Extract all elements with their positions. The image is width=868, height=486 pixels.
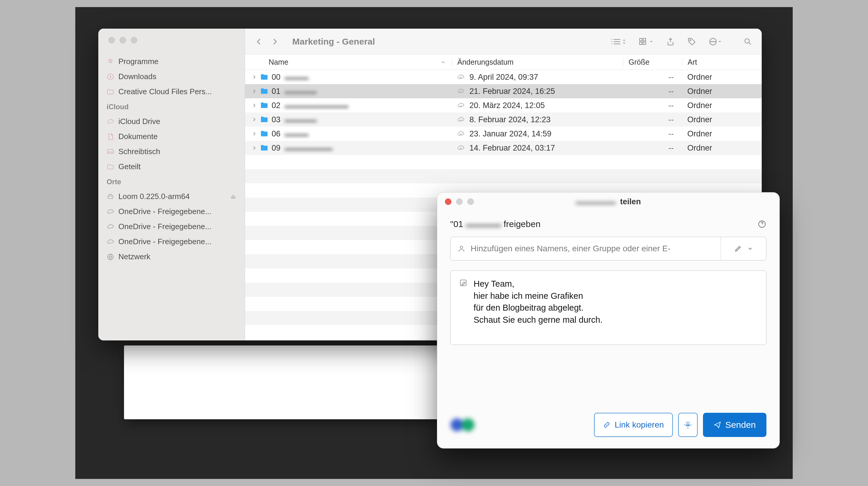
svg-point-18 <box>461 418 474 431</box>
file-row[interactable]: 09▬▬▬▬▬▬14. Februar 2024, 03:17--Ordner <box>245 141 762 155</box>
cloud-download-icon[interactable] <box>457 101 465 109</box>
sidebar-item-loom[interactable]: Loom 0.225.0-arm64 <box>98 189 245 204</box>
copy-link-button[interactable]: Link kopieren <box>594 413 673 437</box>
file-row[interactable]: 00▬▬▬9. April 2024, 09:37--Ordner <box>245 70 762 84</box>
sidebar-label: Downloads <box>118 72 156 81</box>
recipients-input[interactable]: Hinzufügen eines Namens, einer Gruppe od… <box>451 237 721 260</box>
file-row[interactable]: 06▬▬▬23. Januar 2024, 14:59--Ordner <box>245 127 762 141</box>
minimize-button[interactable] <box>120 37 126 43</box>
file-row[interactable]: 01▬▬▬▬21. Februar 2024, 16:25--Ordner <box>245 84 762 98</box>
header-kind[interactable]: Art <box>682 58 762 66</box>
cloud-download-icon[interactable] <box>457 73 465 81</box>
disclosure-chevron-icon[interactable] <box>252 74 257 80</box>
file-kind: Ordner <box>682 87 762 96</box>
help-icon[interactable] <box>757 220 767 229</box>
maximize-button[interactable] <box>131 37 137 43</box>
file-name-redacted: ▬▬▬▬▬▬▬▬ <box>285 101 348 110</box>
group-button[interactable] <box>639 37 654 46</box>
share-subtitle: "01 ▬▬▬▬ freigeben <box>450 219 540 229</box>
share-button[interactable] <box>666 37 675 46</box>
header-modified[interactable]: Änderungsdatum <box>452 58 623 66</box>
cloud-download-icon[interactable] <box>457 116 465 123</box>
settings-button[interactable] <box>678 413 698 437</box>
sidebar-item-schreibtisch[interactable]: Schreibtisch <box>98 144 245 159</box>
pencil-icon <box>734 245 742 252</box>
close-button[interactable] <box>108 37 115 43</box>
file-kind: Ordner <box>682 144 762 153</box>
search-button[interactable] <box>743 37 752 46</box>
disclosure-chevron-icon[interactable] <box>252 145 257 151</box>
sidebar-label: Schreibtisch <box>118 147 160 156</box>
share-titlebar: ▬▬▬▬▬ teilen <box>437 192 779 211</box>
desktop-icon <box>106 148 114 156</box>
maximize-button[interactable] <box>467 199 474 205</box>
file-date: 23. Januar 2024, 14:59 <box>469 129 552 139</box>
disclosure-chevron-icon[interactable] <box>252 103 257 108</box>
globe-icon <box>106 253 114 261</box>
file-row[interactable]: 02▬▬▬▬▬▬▬▬20. März 2024, 12:05--Ordner <box>245 98 762 113</box>
file-number: 00 <box>272 73 280 82</box>
share-dialog: ▬▬▬▬▬ teilen "01 ▬▬▬▬ freigeben Hinzufüg… <box>437 192 780 449</box>
svg-rect-1 <box>107 149 113 153</box>
tag-button[interactable] <box>687 37 696 46</box>
sidebar-item-geteilt[interactable]: Geteilt <box>98 159 245 174</box>
disclosure-chevron-icon[interactable] <box>252 117 257 122</box>
sidebar-group-icloud: iCloud <box>98 99 245 114</box>
sidebar-item-onedrive-1[interactable]: OneDrive - Freigegebene... <box>98 204 245 219</box>
sidebar-item-programme[interactable]: Programme <box>98 54 245 69</box>
back-button[interactable] <box>254 37 264 46</box>
file-row[interactable]: 03▬▬▬▬8. Februar 2024, 12:23--Ordner <box>245 113 762 127</box>
svg-point-19 <box>687 424 689 426</box>
share-recipients-row: Hinzufügen eines Namens, einer Gruppe od… <box>450 237 767 261</box>
file-name-redacted: ▬▬▬ <box>285 73 309 82</box>
cloud-icon <box>106 118 114 125</box>
folder-icon <box>260 101 269 110</box>
sidebar-label: Dokumente <box>118 132 158 141</box>
sidebar-item-dokumente[interactable]: Dokumente <box>98 129 245 144</box>
share-window-controls <box>445 199 474 205</box>
forward-button[interactable] <box>271 37 279 46</box>
file-name-redacted: ▬▬▬▬ <box>285 115 316 124</box>
share-window-title: ▬▬▬▬▬ teilen <box>437 197 779 206</box>
sidebar-item-netzwerk[interactable]: Netzwerk <box>98 249 245 264</box>
minimize-button[interactable] <box>456 199 463 205</box>
chevron-down-icon <box>747 246 753 251</box>
link-icon <box>603 421 611 429</box>
sidebar-label: OneDrive - Freigegebene... <box>118 222 211 231</box>
share-message-box[interactable]: Hey Team, hier habe ich meine Grafiken f… <box>450 270 767 345</box>
sidebar-item-onedrive-3[interactable]: OneDrive - Freigegebene... <box>98 234 245 249</box>
file-kind: Ordner <box>682 73 762 82</box>
cloud-download-icon[interactable] <box>457 87 465 95</box>
disclosure-chevron-icon[interactable] <box>252 131 257 136</box>
sidebar-item-downloads[interactable]: Downloads <box>98 69 245 84</box>
permission-dropdown[interactable] <box>721 237 766 260</box>
download-icon <box>106 73 114 81</box>
cloud-download-icon[interactable] <box>457 130 465 138</box>
folder-icon <box>260 115 269 124</box>
window-title: Marketing - General <box>292 37 375 47</box>
compose-icon <box>459 279 467 337</box>
svg-point-15 <box>460 246 463 249</box>
eject-icon[interactable] <box>230 193 237 200</box>
svg-point-10 <box>711 41 712 42</box>
close-button[interactable] <box>445 199 452 205</box>
view-list-button[interactable] <box>610 37 626 46</box>
sidebar-item-icloud-drive[interactable]: iCloud Drive <box>98 114 245 129</box>
sidebar-label: Netzwerk <box>118 252 150 261</box>
header-name[interactable]: Name <box>245 58 452 66</box>
header-size[interactable]: Größe <box>623 58 682 66</box>
shared-folder-icon <box>106 163 114 171</box>
sidebar-item-onedrive-2[interactable]: OneDrive - Freigegebene... <box>98 219 245 234</box>
file-size: -- <box>623 101 682 110</box>
disclosure-chevron-icon[interactable] <box>252 89 257 94</box>
file-name-redacted: ▬▬▬▬▬▬ <box>285 144 333 153</box>
disk-icon <box>106 193 114 201</box>
finder-sidebar: Programme Downloads Creative Cloud Files… <box>98 29 245 340</box>
column-headers: Name Änderungsdatum Größe Art <box>245 55 762 70</box>
cloud-download-icon[interactable] <box>457 144 465 152</box>
cloud-icon <box>106 208 114 216</box>
sidebar-item-creative-cloud[interactable]: Creative Cloud Files Pers... <box>98 84 245 99</box>
file-name-redacted: ▬▬▬▬ <box>285 87 316 96</box>
send-button[interactable]: Senden <box>703 413 767 437</box>
action-button[interactable] <box>709 37 722 46</box>
